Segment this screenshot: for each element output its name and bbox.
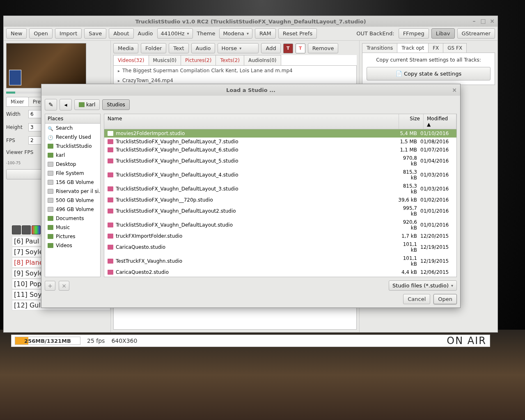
file-row[interactable]: TrucklistStudioFX_Vaughn_DefaultLayout_7…: [104, 138, 456, 146]
about-button[interactable]: About: [109, 28, 133, 39]
file-row[interactable]: CaricaQuesto2.studio4,4 kB12/06/2015: [104, 268, 456, 276]
playlist-color-icon[interactable]: [32, 225, 41, 234]
text-style-icon[interactable]: T: [283, 44, 293, 53]
cancel-button[interactable]: Cancel: [403, 294, 430, 304]
file-icon: [108, 147, 113, 152]
place-item[interactable]: 500 GB Volume: [45, 196, 100, 205]
nav-back-icon[interactable]: ◂: [60, 99, 72, 110]
media-tabs: Videos(32) Musics(0) Pictures(2) Texts(2…: [113, 55, 357, 66]
file-row[interactable]: TrucklistStudioFX_Vaughn_DefaultLayout_6…: [104, 146, 456, 154]
audio-button[interactable]: Audio: [191, 43, 216, 53]
copy-state-button[interactable]: 📄 Copy state & settings: [367, 67, 491, 80]
place-label: Search: [56, 125, 73, 131]
file-list[interactable]: movies2FolderImport.studio5,4 MB01/10/20…: [104, 129, 456, 277]
file-row[interactable]: movies2FolderImport.studio5,4 MB01/10/20…: [104, 129, 456, 138]
media-item[interactable]: The Biggest Superman Compilation Clark K…: [114, 66, 356, 76]
remove-button[interactable]: Remove: [308, 43, 339, 53]
main-toolbar: New Open Import Save About Audio 44100Hz…: [4, 27, 497, 41]
file-row[interactable]: TrucklistStudioFX_Vaughn_DefaultLayout_5…: [104, 154, 456, 168]
file-row[interactable]: TruckVaughn640_MoviePlaylist_20151109.st…: [104, 276, 456, 277]
tab-fx[interactable]: FX: [428, 43, 443, 53]
theme-label: Theme: [195, 30, 217, 37]
text-button[interactable]: Text: [169, 43, 188, 53]
ram-button[interactable]: RAM: [255, 28, 276, 39]
tab-mixer[interactable]: Mixer: [6, 97, 29, 106]
dialog-close-icon[interactable]: ×: [452, 87, 457, 93]
folder-icon: [48, 144, 53, 149]
place-label: 496 GB Volume: [56, 207, 94, 212]
width-label: Width: [6, 111, 26, 117]
text-style2-icon[interactable]: T: [296, 44, 305, 53]
file-row[interactable]: TrucklistStudioFX_Vaughn_DefaultLayout2.…: [104, 204, 456, 218]
file-row[interactable]: TrucklistStudioFX_Vaughn_DefaultLayout_4…: [104, 168, 456, 182]
place-item[interactable]: File System: [45, 169, 100, 178]
place-item[interactable]: Riservato per il si...: [45, 187, 100, 196]
save-button[interactable]: Save: [84, 28, 106, 39]
place-item[interactable]: Pictures: [45, 232, 100, 241]
file-filter-combo[interactable]: Studio files (*.studio): [389, 280, 457, 291]
load-studio-dialog: Load a Studio ... × ✎ ◂ karl Studios Pla…: [41, 84, 461, 308]
file-name: truckFXImportFolder.studio: [116, 233, 396, 239]
add-bookmark-button[interactable]: +: [45, 281, 55, 291]
place-item[interactable]: Search: [45, 124, 100, 133]
close-icon[interactable]: ×: [489, 18, 495, 24]
tab-texts[interactable]: Texts(2): [216, 55, 244, 65]
audio-rate-combo[interactable]: 44100Hz: [157, 28, 193, 39]
place-item[interactable]: 156 GB Volume: [45, 178, 100, 187]
import-button[interactable]: Import: [55, 28, 82, 39]
file-row[interactable]: TrucklistStudioFX_Vaughn__720p.studio39,…: [104, 196, 456, 204]
place-item[interactable]: 496 GB Volume: [45, 205, 100, 214]
place-item[interactable]: Documents: [45, 214, 100, 223]
tab-pictures[interactable]: Pictures(2): [181, 55, 216, 65]
tab-gs-fx[interactable]: GS FX: [443, 43, 467, 53]
tab-audioins[interactable]: AudioIns(0): [244, 55, 281, 65]
gstreamer-button[interactable]: GStreamer: [457, 28, 495, 39]
file-row[interactable]: CaricaQuesto.studio101,1 kB12/19/2015: [104, 240, 456, 254]
col-name[interactable]: Name: [104, 114, 399, 129]
fps-text: 25 fps: [87, 337, 105, 344]
edit-path-icon[interactable]: ✎: [45, 99, 57, 110]
place-item[interactable]: Videos: [45, 241, 100, 250]
status-bar: 256MB/1321MB 25 fps 640X360 ON AIR: [11, 335, 490, 347]
ffmpeg-button[interactable]: FFmpeg: [399, 28, 429, 39]
remove-bookmark-button[interactable]: ×: [59, 281, 69, 291]
file-row[interactable]: TrucklistStudioFX_Vaughn_DefaultLayout_3…: [104, 182, 456, 196]
height-label: Height: [6, 124, 26, 130]
media-select-combo[interactable]: Horse: [218, 43, 259, 53]
window-title: TrucklistStudio v1.0 RC2 (TrucklistStudi…: [135, 18, 366, 25]
open-button[interactable]: Open: [29, 28, 53, 39]
media-button[interactable]: Media: [113, 43, 138, 53]
place-item[interactable]: TrucklistStudio: [45, 142, 100, 151]
maximize-icon[interactable]: □: [480, 18, 486, 24]
file-modified: 12/20/2015: [420, 233, 453, 239]
place-item[interactable]: Music: [45, 223, 100, 232]
col-modified[interactable]: Modified ▲: [424, 114, 456, 129]
folder-button[interactable]: Folder: [141, 43, 166, 53]
file-row[interactable]: TestTruckFX_Vaughn.studio101,1 kB12/19/2…: [104, 254, 456, 268]
file-size: 4,4 kB: [396, 269, 420, 275]
tab-track-opt[interactable]: Track opt: [397, 43, 429, 53]
file-row[interactable]: truckFXImportFolder.studio1,7 kB12/20/20…: [104, 232, 456, 240]
minimize-icon[interactable]: –: [471, 18, 477, 24]
libav-button[interactable]: Libav: [431, 28, 455, 39]
place-item[interactable]: Recently Used: [45, 133, 100, 142]
playlist-up-icon[interactable]: [12, 225, 21, 234]
file-row[interactable]: TrucklistStudioFX_Vaughn_DefaultLayout.s…: [104, 218, 456, 232]
tab-transitions[interactable]: Transitions: [362, 43, 397, 53]
tab-musics[interactable]: Musics(0): [149, 55, 181, 65]
open-file-button[interactable]: Open: [433, 294, 457, 304]
place-item[interactable]: karl: [45, 151, 100, 160]
reset-prefs-button[interactable]: Reset Prefs: [278, 28, 317, 39]
recent-icon: [48, 135, 53, 140]
crumb-karl[interactable]: karl: [74, 99, 100, 110]
tab-videos[interactable]: Videos(32): [113, 55, 149, 65]
out-backend-label: OUT BackEnd:: [355, 30, 396, 37]
theme-combo[interactable]: Modena: [219, 28, 252, 39]
crumb-studios[interactable]: Studios: [102, 99, 129, 110]
playlist-down-icon[interactable]: [22, 225, 31, 234]
add-button[interactable]: Add: [261, 43, 280, 53]
memory-bar: 256MB/1321MB: [15, 337, 80, 345]
col-size[interactable]: Size: [399, 114, 424, 129]
place-item[interactable]: Desktop: [45, 160, 100, 169]
new-button[interactable]: New: [6, 28, 27, 39]
